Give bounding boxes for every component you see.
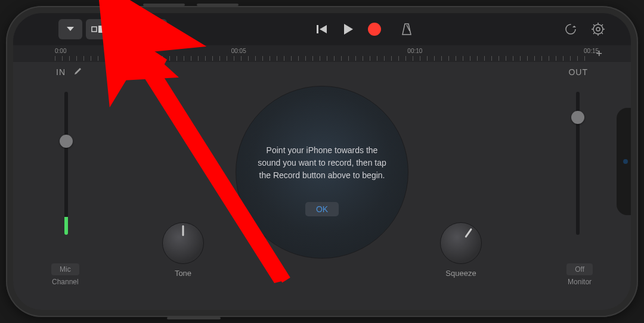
svg-point-13 (157, 28, 160, 30)
svg-line-25 (593, 33, 595, 34)
physical-button (197, 4, 239, 6)
svg-line-23 (593, 24, 595, 26)
monitor-label: Monitor (568, 278, 592, 286)
svg-line-26 (602, 24, 603, 26)
notch (617, 108, 631, 215)
svg-point-12 (154, 26, 156, 28)
slider-fill (64, 217, 68, 235)
physical-button (167, 317, 221, 319)
chevron-down-icon (66, 26, 75, 33)
metronome-icon (401, 23, 413, 36)
svg-rect-6 (119, 32, 123, 33)
recorder-panel: IN OUT Point your iPhone to (13, 62, 631, 310)
monitor-toggle[interactable]: Off (566, 263, 593, 275)
slider-thumb[interactable] (60, 135, 73, 148)
tracks-view-button[interactable] (113, 19, 137, 39)
svg-rect-0 (92, 27, 97, 32)
screen: 0:00 00:05 00:10 00:15 + IN OUT (13, 13, 631, 310)
svg-point-16 (566, 24, 575, 34)
tone-knob[interactable] (162, 222, 204, 264)
record-button[interactable] (366, 20, 383, 38)
svg-line-24 (602, 33, 603, 34)
my-songs-button[interactable] (58, 19, 82, 39)
tone-control: Tone (162, 222, 204, 278)
input-label: IN (56, 67, 82, 77)
monitor-group: Off Monitor (566, 263, 593, 286)
svg-rect-1 (98, 26, 104, 33)
play-icon (343, 23, 354, 35)
input-gain-slider[interactable] (64, 92, 68, 235)
ruler-ticks: 0:00 00:05 00:10 00:15 (55, 45, 589, 62)
svg-point-17 (593, 24, 603, 34)
ruler-label: 0:00 (55, 48, 66, 54)
rewind-button[interactable] (313, 20, 331, 38)
svg-point-18 (596, 27, 600, 31)
timeline-ruler[interactable]: 0:00 00:05 00:10 00:15 + (13, 45, 631, 62)
sliders-icon (150, 24, 160, 35)
ruler-label: 00:05 (231, 48, 246, 54)
tracks-icon (119, 25, 131, 33)
squeeze-label: Squeeze (445, 269, 476, 278)
tone-label: Tone (175, 269, 191, 278)
gear-icon (591, 22, 605, 36)
svg-rect-2 (119, 25, 123, 27)
toolbar (13, 13, 631, 45)
mic-channel-button[interactable]: Mic (51, 263, 79, 275)
svg-rect-14 (317, 25, 318, 33)
svg-point-11 (150, 29, 153, 32)
svg-rect-5 (124, 29, 131, 30)
loop-button[interactable] (562, 20, 580, 38)
record-icon (368, 23, 381, 36)
hint-text: Point your iPhone towards the sound you … (254, 144, 390, 182)
ok-button[interactable]: OK (305, 202, 339, 216)
squeeze-control: Squeeze (440, 222, 482, 278)
svg-rect-3 (124, 25, 131, 27)
output-level-slider[interactable] (576, 92, 580, 235)
in-text: IN (56, 67, 66, 77)
svg-rect-4 (119, 29, 123, 30)
ruler-label: 00:10 (407, 48, 422, 54)
fx-button[interactable] (143, 19, 167, 39)
squeeze-knob[interactable] (440, 222, 482, 264)
eyedropper-icon[interactable] (72, 67, 82, 77)
svg-rect-7 (124, 32, 131, 33)
channel-label: Channel (52, 278, 79, 286)
settings-button[interactable] (589, 20, 607, 38)
play-button[interactable] (339, 20, 357, 38)
add-section-button[interactable]: + (596, 48, 602, 60)
rewind-icon (316, 24, 328, 35)
physical-button (101, 4, 125, 6)
channel-group: Mic Channel (51, 263, 79, 286)
physical-button (143, 4, 185, 6)
browser-icon (91, 25, 104, 33)
loop-icon (564, 23, 577, 36)
out-text: OUT (568, 67, 588, 77)
metronome-button[interactable] (398, 20, 416, 38)
phone-frame: 0:00 00:05 00:10 00:15 + IN OUT (6, 6, 638, 317)
vu-meter: Point your iPhone towards the sound you … (236, 86, 408, 259)
output-label: OUT (568, 67, 588, 77)
slider-thumb[interactable] (571, 111, 584, 124)
browser-button[interactable] (86, 19, 110, 39)
